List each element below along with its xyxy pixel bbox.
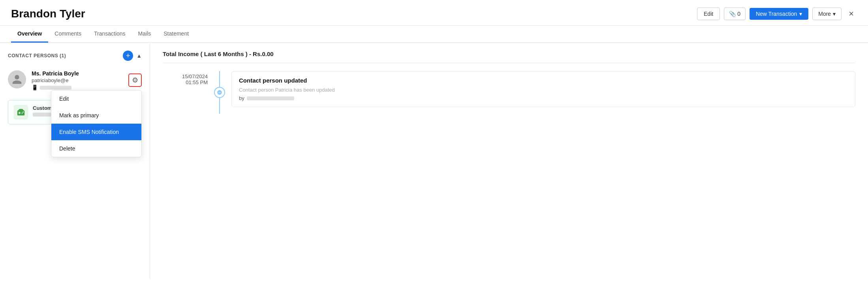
mobile-icon: 📱 — [32, 85, 38, 90]
page-header: Brandon Tyler Edit 📎 0 New Transaction ▾… — [0, 0, 868, 26]
attach-button[interactable]: 📎 0 — [724, 8, 746, 20]
total-income-section: Total Income ( Last 6 Months ) - Rs.0.00 — [163, 51, 855, 63]
customer-svg-icon — [17, 108, 25, 117]
more-arrow-icon: ▾ — [833, 11, 836, 17]
left-panel: CONTACT PERSONS (1) + ▲ Ms. Patricia Boy… — [0, 43, 150, 280]
event-card: Contact person updated Contact person Pa… — [231, 71, 855, 107]
tab-bar: Overview Comments Transactions Mails Sta… — [0, 26, 868, 43]
customer-icon — [14, 105, 28, 119]
tab-statement[interactable]: Statement — [157, 26, 195, 43]
collapse-button[interactable]: ▲ — [136, 53, 142, 59]
total-income-value: Rs.0.00 — [253, 51, 274, 57]
attach-count: 0 — [737, 11, 740, 17]
add-contact-button[interactable]: + — [123, 51, 133, 61]
edit-button[interactable]: Edit — [697, 8, 720, 20]
tab-comments[interactable]: Comments — [48, 26, 88, 43]
close-button[interactable]: × — [845, 7, 857, 21]
timeline-line-bottom — [219, 98, 220, 114]
timeline-connector — [214, 71, 225, 114]
dropdown-delete[interactable]: Delete — [51, 140, 141, 157]
person-icon — [11, 74, 23, 85]
event-by: by — [239, 95, 848, 101]
contact-name: Ms. Patricia Boyle — [32, 70, 136, 77]
event-by-blurred — [247, 96, 294, 100]
contact-phone: 📱 — [32, 85, 136, 90]
dropdown-arrow-icon: ▾ — [799, 11, 802, 17]
tab-transactions[interactable]: Transactions — [88, 26, 132, 43]
tab-overview[interactable]: Overview — [11, 26, 48, 43]
more-button[interactable]: More ▾ — [812, 8, 842, 20]
contact-info: Ms. Patricia Boyle patriciaboyle@e 📱 — [32, 70, 136, 90]
dropdown-edit[interactable]: Edit — [51, 90, 141, 107]
contact-persons-title: CONTACT PERSONS (1) — [8, 53, 66, 58]
section-actions: + ▲ — [123, 51, 142, 61]
new-transaction-button[interactable]: New Transaction ▾ — [750, 8, 808, 20]
phone-blurred — [40, 86, 71, 90]
page-title: Brandon Tyler — [11, 8, 85, 20]
timeline-line-top — [219, 71, 220, 87]
contact-persons-section-header: CONTACT PERSONS (1) + ▲ — [8, 51, 142, 61]
tab-mails[interactable]: Mails — [132, 26, 158, 43]
right-panel: Total Income ( Last 6 Months ) - Rs.0.00… — [150, 43, 868, 280]
event-by-label: by — [239, 95, 244, 101]
event-title: Contact person updated — [239, 77, 848, 84]
timeline-event: Contact person updated Contact person Pa… — [225, 71, 855, 114]
gear-button[interactable]: ⚙ — [128, 73, 142, 87]
paperclip-icon: 📎 — [729, 11, 736, 17]
timeline-date-section: 15/07/2024 01:55 PM — [163, 71, 214, 114]
timeline-dot — [214, 87, 225, 98]
timeline: 15/07/2024 01:55 PM Contact person updat… — [163, 71, 855, 114]
timeline-date: 15/07/2024 — [182, 73, 208, 79]
event-desc: Contact person Patricia has been updated — [239, 87, 848, 93]
total-income-label: Total Income ( Last 6 Months ) - — [163, 51, 251, 57]
contact-dropdown-menu: Edit Mark as primary Enable SMS Notifica… — [51, 90, 142, 157]
dropdown-enable-sms[interactable]: Enable SMS Notification — [51, 124, 141, 140]
minus-circle-icon — [217, 90, 222, 95]
dropdown-mark-primary[interactable]: Mark as primary — [51, 107, 141, 124]
timeline-time: 01:55 PM — [186, 79, 208, 85]
contact-card: Ms. Patricia Boyle patriciaboyle@e 📱 ⚙ E… — [8, 67, 142, 94]
new-transaction-label: New Transaction — [756, 11, 797, 17]
more-label: More — [818, 11, 831, 17]
avatar — [8, 70, 26, 88]
header-actions: Edit 📎 0 New Transaction ▾ More ▾ × — [697, 7, 857, 21]
content-area: CONTACT PERSONS (1) + ▲ Ms. Patricia Boy… — [0, 43, 868, 280]
contact-email: patriciaboyle@e — [32, 77, 136, 83]
